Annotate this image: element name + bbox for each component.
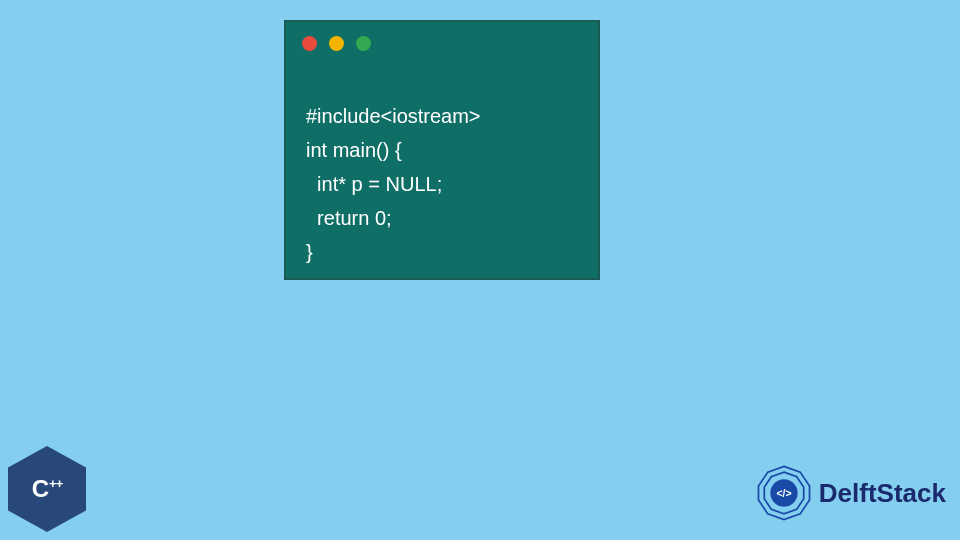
code-window: #include<iostream> int main() { int* p =… (284, 20, 600, 280)
code-line: #include<iostream> (306, 105, 481, 127)
maximize-icon (356, 36, 371, 51)
svg-text:</>: </> (776, 488, 791, 499)
code-line: return 0; (306, 207, 392, 229)
hexagon-icon: C++ (8, 446, 86, 532)
code-line: } (306, 241, 313, 263)
brand-name: DelftStack (819, 478, 946, 509)
code-line: int main() { (306, 139, 402, 161)
cpp-language-badge: C++ (8, 446, 86, 532)
brand-watermark: </> DelftStack (755, 464, 946, 522)
code-block: #include<iostream> int main() { int* p =… (286, 57, 598, 269)
cpp-label: C++ (32, 475, 63, 503)
minimize-icon (329, 36, 344, 51)
window-traffic-lights (286, 22, 598, 57)
close-icon (302, 36, 317, 51)
code-line: int* p = NULL; (306, 173, 442, 195)
brand-logo-icon: </> (755, 464, 813, 522)
